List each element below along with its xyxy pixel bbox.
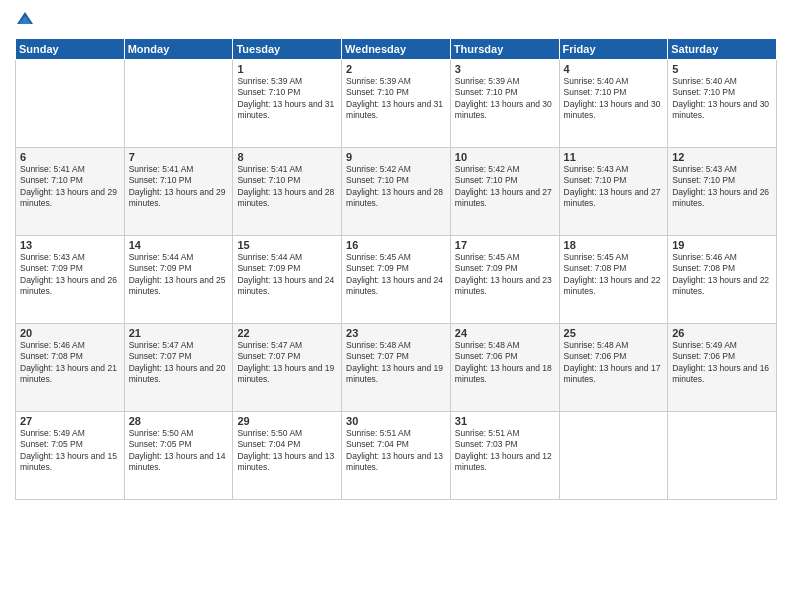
day-info: Sunrise: 5:45 AMSunset: 7:09 PMDaylight:… — [346, 252, 446, 298]
day-number: 3 — [455, 63, 555, 75]
day-cell: 24Sunrise: 5:48 AMSunset: 7:06 PMDayligh… — [450, 324, 559, 412]
day-info: Sunrise: 5:41 AMSunset: 7:10 PMDaylight:… — [237, 164, 337, 210]
day-cell: 9Sunrise: 5:42 AMSunset: 7:10 PMDaylight… — [342, 148, 451, 236]
weekday-header-row: SundayMondayTuesdayWednesdayThursdayFrid… — [16, 39, 777, 60]
day-number: 9 — [346, 151, 446, 163]
day-number: 31 — [455, 415, 555, 427]
day-info: Sunrise: 5:44 AMSunset: 7:09 PMDaylight:… — [129, 252, 229, 298]
day-number: 13 — [20, 239, 120, 251]
day-info: Sunrise: 5:51 AMSunset: 7:03 PMDaylight:… — [455, 428, 555, 474]
day-info: Sunrise: 5:39 AMSunset: 7:10 PMDaylight:… — [237, 76, 337, 122]
day-info: Sunrise: 5:41 AMSunset: 7:10 PMDaylight:… — [20, 164, 120, 210]
day-number: 12 — [672, 151, 772, 163]
day-cell — [668, 412, 777, 500]
day-cell: 19Sunrise: 5:46 AMSunset: 7:08 PMDayligh… — [668, 236, 777, 324]
day-info: Sunrise: 5:40 AMSunset: 7:10 PMDaylight:… — [672, 76, 772, 122]
calendar-page: SundayMondayTuesdayWednesdayThursdayFrid… — [0, 0, 792, 612]
day-cell: 17Sunrise: 5:45 AMSunset: 7:09 PMDayligh… — [450, 236, 559, 324]
weekday-header-saturday: Saturday — [668, 39, 777, 60]
day-cell: 31Sunrise: 5:51 AMSunset: 7:03 PMDayligh… — [450, 412, 559, 500]
day-info: Sunrise: 5:43 AMSunset: 7:09 PMDaylight:… — [20, 252, 120, 298]
day-number: 6 — [20, 151, 120, 163]
day-number: 22 — [237, 327, 337, 339]
day-number: 27 — [20, 415, 120, 427]
day-number: 4 — [564, 63, 664, 75]
day-number: 23 — [346, 327, 446, 339]
day-cell: 6Sunrise: 5:41 AMSunset: 7:10 PMDaylight… — [16, 148, 125, 236]
day-cell: 4Sunrise: 5:40 AMSunset: 7:10 PMDaylight… — [559, 60, 668, 148]
day-number: 25 — [564, 327, 664, 339]
day-cell: 11Sunrise: 5:43 AMSunset: 7:10 PMDayligh… — [559, 148, 668, 236]
day-cell: 3Sunrise: 5:39 AMSunset: 7:10 PMDaylight… — [450, 60, 559, 148]
day-info: Sunrise: 5:50 AMSunset: 7:04 PMDaylight:… — [237, 428, 337, 474]
week-row-5: 27Sunrise: 5:49 AMSunset: 7:05 PMDayligh… — [16, 412, 777, 500]
day-info: Sunrise: 5:39 AMSunset: 7:10 PMDaylight:… — [455, 76, 555, 122]
day-cell: 27Sunrise: 5:49 AMSunset: 7:05 PMDayligh… — [16, 412, 125, 500]
day-info: Sunrise: 5:49 AMSunset: 7:06 PMDaylight:… — [672, 340, 772, 386]
day-cell — [124, 60, 233, 148]
day-cell: 12Sunrise: 5:43 AMSunset: 7:10 PMDayligh… — [668, 148, 777, 236]
day-number: 30 — [346, 415, 446, 427]
day-info: Sunrise: 5:50 AMSunset: 7:05 PMDaylight:… — [129, 428, 229, 474]
day-number: 26 — [672, 327, 772, 339]
weekday-header-wednesday: Wednesday — [342, 39, 451, 60]
day-number: 20 — [20, 327, 120, 339]
logo — [15, 10, 37, 30]
day-number: 17 — [455, 239, 555, 251]
day-cell: 30Sunrise: 5:51 AMSunset: 7:04 PMDayligh… — [342, 412, 451, 500]
day-info: Sunrise: 5:42 AMSunset: 7:10 PMDaylight:… — [455, 164, 555, 210]
day-cell: 29Sunrise: 5:50 AMSunset: 7:04 PMDayligh… — [233, 412, 342, 500]
day-cell: 1Sunrise: 5:39 AMSunset: 7:10 PMDaylight… — [233, 60, 342, 148]
day-cell: 8Sunrise: 5:41 AMSunset: 7:10 PMDaylight… — [233, 148, 342, 236]
day-number: 16 — [346, 239, 446, 251]
day-cell: 26Sunrise: 5:49 AMSunset: 7:06 PMDayligh… — [668, 324, 777, 412]
calendar-table: SundayMondayTuesdayWednesdayThursdayFrid… — [15, 38, 777, 500]
weekday-header-thursday: Thursday — [450, 39, 559, 60]
day-number: 8 — [237, 151, 337, 163]
day-cell: 21Sunrise: 5:47 AMSunset: 7:07 PMDayligh… — [124, 324, 233, 412]
day-cell: 23Sunrise: 5:48 AMSunset: 7:07 PMDayligh… — [342, 324, 451, 412]
day-cell: 18Sunrise: 5:45 AMSunset: 7:08 PMDayligh… — [559, 236, 668, 324]
day-number: 15 — [237, 239, 337, 251]
day-cell — [16, 60, 125, 148]
page-header — [15, 10, 777, 30]
day-info: Sunrise: 5:46 AMSunset: 7:08 PMDaylight:… — [672, 252, 772, 298]
weekday-header-monday: Monday — [124, 39, 233, 60]
day-info: Sunrise: 5:48 AMSunset: 7:06 PMDaylight:… — [564, 340, 664, 386]
day-number: 10 — [455, 151, 555, 163]
logo-icon — [15, 10, 35, 30]
day-cell: 5Sunrise: 5:40 AMSunset: 7:10 PMDaylight… — [668, 60, 777, 148]
day-number: 5 — [672, 63, 772, 75]
day-info: Sunrise: 5:44 AMSunset: 7:09 PMDaylight:… — [237, 252, 337, 298]
day-info: Sunrise: 5:48 AMSunset: 7:06 PMDaylight:… — [455, 340, 555, 386]
day-number: 1 — [237, 63, 337, 75]
week-row-2: 6Sunrise: 5:41 AMSunset: 7:10 PMDaylight… — [16, 148, 777, 236]
day-number: 18 — [564, 239, 664, 251]
day-cell: 14Sunrise: 5:44 AMSunset: 7:09 PMDayligh… — [124, 236, 233, 324]
weekday-header-tuesday: Tuesday — [233, 39, 342, 60]
day-number: 14 — [129, 239, 229, 251]
day-cell: 7Sunrise: 5:41 AMSunset: 7:10 PMDaylight… — [124, 148, 233, 236]
day-number: 19 — [672, 239, 772, 251]
day-info: Sunrise: 5:43 AMSunset: 7:10 PMDaylight:… — [672, 164, 772, 210]
week-row-3: 13Sunrise: 5:43 AMSunset: 7:09 PMDayligh… — [16, 236, 777, 324]
day-info: Sunrise: 5:41 AMSunset: 7:10 PMDaylight:… — [129, 164, 229, 210]
day-cell: 28Sunrise: 5:50 AMSunset: 7:05 PMDayligh… — [124, 412, 233, 500]
day-number: 29 — [237, 415, 337, 427]
day-number: 24 — [455, 327, 555, 339]
day-info: Sunrise: 5:42 AMSunset: 7:10 PMDaylight:… — [346, 164, 446, 210]
day-info: Sunrise: 5:45 AMSunset: 7:09 PMDaylight:… — [455, 252, 555, 298]
day-number: 7 — [129, 151, 229, 163]
day-cell: 22Sunrise: 5:47 AMSunset: 7:07 PMDayligh… — [233, 324, 342, 412]
day-info: Sunrise: 5:39 AMSunset: 7:10 PMDaylight:… — [346, 76, 446, 122]
day-info: Sunrise: 5:47 AMSunset: 7:07 PMDaylight:… — [237, 340, 337, 386]
day-number: 2 — [346, 63, 446, 75]
day-info: Sunrise: 5:46 AMSunset: 7:08 PMDaylight:… — [20, 340, 120, 386]
day-info: Sunrise: 5:49 AMSunset: 7:05 PMDaylight:… — [20, 428, 120, 474]
day-cell: 16Sunrise: 5:45 AMSunset: 7:09 PMDayligh… — [342, 236, 451, 324]
day-cell: 25Sunrise: 5:48 AMSunset: 7:06 PMDayligh… — [559, 324, 668, 412]
day-info: Sunrise: 5:45 AMSunset: 7:08 PMDaylight:… — [564, 252, 664, 298]
day-info: Sunrise: 5:51 AMSunset: 7:04 PMDaylight:… — [346, 428, 446, 474]
day-info: Sunrise: 5:47 AMSunset: 7:07 PMDaylight:… — [129, 340, 229, 386]
day-number: 28 — [129, 415, 229, 427]
